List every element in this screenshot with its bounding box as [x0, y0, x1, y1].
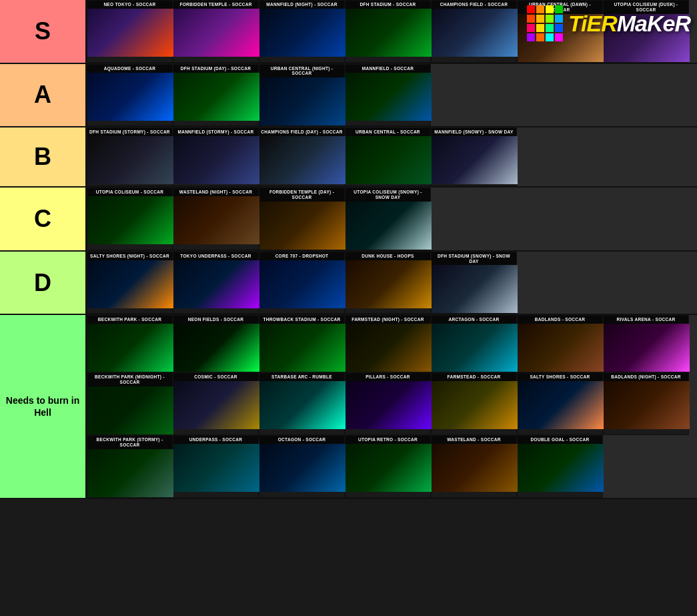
list-item[interactable]: MANNFIELD (NIGHT) - SOCCAR — [259, 0, 345, 63]
list-item[interactable]: FORBIDDEN TEMPLE (DAY) - SOCCAR — [259, 188, 345, 250]
tier-label-text-S: S — [35, 17, 51, 45]
list-item[interactable]: MANNFIELD (SNOWY) - SNOW DAY — [431, 127, 517, 186]
list-item[interactable]: WASTELAND - SOCCAR — [431, 435, 517, 498]
list-item[interactable]: DFH STADIUM - SOCCAR — [345, 0, 431, 63]
list-item[interactable]: BADLANDS (NIGHT) - SOCCAR — [603, 372, 689, 435]
list-item[interactable]: UTOPIA RETRO - SOCCAR — [345, 435, 431, 498]
list-item[interactable]: NEON FIELDS - SOCCAR — [173, 315, 259, 372]
list-item[interactable]: FORBIDDEN TEMPLE - SOCCAR — [173, 0, 259, 63]
map-image — [432, 444, 518, 492]
map-title: UTOPIA RETRO - SOCCAR — [345, 436, 430, 444]
list-item[interactable]: BECKWITH PARK (MIDNIGHT) - SOCCAR — [87, 372, 173, 435]
list-item[interactable]: THROWBACK STADIUM - SOCCAR — [259, 315, 345, 372]
map-image — [345, 381, 432, 429]
map-image — [173, 9, 259, 57]
list-item[interactable]: STARBASE ARC - RUMBLE — [259, 372, 345, 435]
tier-content-C: UTOPIA COLISEUM - SOCCARWASTELAND (NIGHT… — [85, 188, 697, 250]
map-image — [259, 9, 345, 57]
list-item[interactable]: COSMIC - SOCCAR — [173, 372, 259, 435]
logo-cell — [555, 24, 563, 32]
list-item[interactable]: UNDERPASS - SOCCAR — [173, 435, 259, 498]
map-image — [345, 260, 432, 308]
logo-cell — [527, 33, 535, 41]
list-item[interactable]: DFH STADIUM (STORMY) - SOCCAR — [87, 127, 173, 186]
tier-label-text-D: D — [34, 269, 51, 297]
map-title: NEO TOKYO - SOCCAR — [87, 1, 172, 9]
list-item[interactable]: NEO TOKYO - SOCCAR — [87, 0, 173, 63]
map-title: TOKYO UNDERPASS - SOCCAR — [173, 252, 258, 260]
list-item[interactable]: UTOPIA COLISEUM - SOCCAR — [87, 188, 173, 250]
map-image — [87, 386, 173, 434]
map-title: MANNFIELD (NIGHT) - SOCCAR — [259, 1, 344, 9]
list-item[interactable]: WASTELAND (NIGHT) - SOCCAR — [173, 188, 259, 250]
list-item[interactable]: URBAN CENTRAL - SOCCAR — [345, 127, 431, 186]
map-title: SALTY SHORES - SOCCAR — [518, 373, 602, 381]
list-item[interactable]: AQUADOME - SOCCAR — [87, 64, 173, 127]
list-item[interactable]: CHAMPIONS FIELD - SOCCAR — [431, 0, 517, 63]
tier-label-S: S — [0, 0, 85, 63]
list-item[interactable]: BADLANDS - SOCCAR — [517, 315, 603, 372]
list-item[interactable]: BECKWITH PARK - SOCCAR — [87, 315, 173, 372]
map-image — [173, 260, 259, 308]
map-image — [345, 136, 432, 184]
map-title: CHAMPIONS FIELD - SOCCAR — [432, 1, 516, 9]
map-title: UNDERPASS - SOCCAR — [173, 436, 258, 444]
map-image — [259, 324, 345, 372]
logo-cell — [527, 15, 535, 23]
tier-content-F: BECKWITH PARK - SOCCARNEON FIELDS - SOCC… — [85, 315, 697, 497]
list-item[interactable]: DFH STADIUM (SNOWY) - SNOW DAY — [431, 252, 517, 314]
map-title: OCTAGON - SOCCAR — [259, 436, 344, 444]
map-title: DFH STADIUM (STORMY) - SOCCAR — [87, 128, 172, 136]
map-image — [259, 77, 345, 125]
tiermaker-logo-text: TiERMaKeR — [568, 11, 690, 37]
tier-row-F: Needs to burn in HellBECKWITH PARK - SOC… — [0, 315, 697, 499]
list-item[interactable]: PILLARS - SOCCAR — [345, 372, 431, 435]
list-item[interactable]: OCTAGON - SOCCAR — [259, 435, 345, 498]
list-item[interactable]: UTOPIA COLISEUM (SNOWY) - SNOW DAY — [345, 188, 431, 250]
list-item[interactable]: BECKWITH PARK (STORMY) - SOCCAR — [87, 435, 173, 498]
map-image — [87, 9, 173, 57]
list-item[interactable]: FARMSTEAD (NIGHT) - SOCCAR — [345, 315, 431, 372]
list-item[interactable]: CORE 707 - DROPSHOT — [259, 252, 345, 314]
map-image — [259, 381, 345, 429]
list-item[interactable]: SALTY SHORES (NIGHT) - SOCCAR — [87, 252, 173, 314]
list-item[interactable]: TOKYO UNDERPASS - SOCCAR — [173, 252, 259, 314]
map-title: MANNFIELD (STORMY) - SOCCAR — [173, 128, 258, 136]
list-item[interactable]: DOUBLE GOAL - SOCCAR — [517, 435, 603, 498]
list-item[interactable]: CHAMPIONS FIELD (DAY) - SOCCAR — [259, 127, 345, 186]
map-title: NEON FIELDS - SOCCAR — [173, 316, 258, 324]
map-title: FORBIDDEN TEMPLE (DAY) - SOCCAR — [259, 188, 344, 202]
map-image — [87, 136, 173, 184]
list-item[interactable]: MANNFIELD - SOCCAR — [345, 64, 431, 127]
map-image — [259, 444, 345, 492]
list-item[interactable]: MANNFIELD (STORMY) - SOCCAR — [173, 127, 259, 186]
map-title: WASTELAND (NIGHT) - SOCCAR — [173, 188, 258, 196]
list-item[interactable]: ARCTAGON - SOCCAR — [431, 315, 517, 372]
map-image — [87, 73, 173, 121]
map-title: URBAN CENTRAL - SOCCAR — [345, 128, 430, 136]
map-title: URBAN CENTRAL (NIGHT) - SOCCAR — [259, 65, 344, 78]
list-item[interactable]: URBAN CENTRAL (NIGHT) - SOCCAR — [259, 64, 345, 127]
list-item[interactable]: DFH STADIUM (DAY) - SOCCAR — [173, 64, 259, 127]
list-item[interactable]: RIVALS ARENA - SOCCAR — [603, 315, 689, 372]
map-title: FARMSTEAD (NIGHT) - SOCCAR — [345, 316, 430, 324]
map-title: BADLANDS - SOCCAR — [518, 316, 602, 324]
map-title: AQUADOME - SOCCAR — [87, 65, 172, 73]
tier-container: SNEO TOKYO - SOCCARFORBIDDEN TEMPLE - SO… — [0, 0, 697, 499]
map-image — [259, 202, 345, 250]
map-image — [259, 260, 345, 308]
list-item[interactable]: FARMSTEAD - SOCCAR — [431, 372, 517, 435]
list-item[interactable]: SALTY SHORES - SOCCAR — [517, 372, 603, 435]
tier-content-B: DFH STADIUM (STORMY) - SOCCARMANNFIELD (… — [85, 127, 697, 186]
map-image — [345, 202, 432, 250]
logo-cell — [527, 5, 535, 13]
map-image — [173, 381, 259, 429]
logo-cell — [546, 24, 554, 32]
map-image — [432, 265, 518, 313]
tier-label-A: A — [0, 64, 85, 127]
list-item[interactable]: DUNK HOUSE - HOOPS — [345, 252, 431, 314]
logo-cell — [536, 24, 544, 32]
tier-row-B: BDFH STADIUM (STORMY) - SOCCARMANNFIELD … — [0, 127, 697, 188]
map-title: DUNK HOUSE - HOOPS — [345, 252, 430, 260]
map-image — [87, 196, 173, 244]
